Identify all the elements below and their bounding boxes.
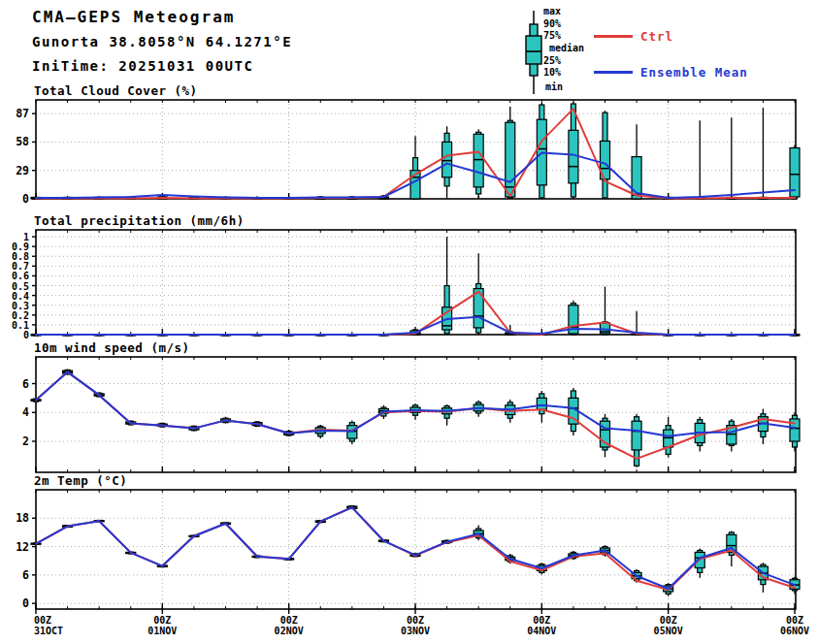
y-tick-label: 2 bbox=[22, 435, 29, 448]
y-tick-label: 87 bbox=[16, 107, 29, 120]
meteogram-page: CMA—GEPS Meteogram Gunorta 38.8058°N 64.… bbox=[0, 0, 818, 644]
y-tick-label: 0.2 bbox=[12, 310, 29, 321]
y-tick-label: 6 bbox=[22, 568, 29, 582]
x-tick-label: 00Z bbox=[786, 615, 803, 626]
y-tick-label: 0.8 bbox=[12, 251, 29, 262]
y-tick-label: 1 bbox=[23, 232, 29, 242]
temperature-panel: 0612182m Temp (°C) bbox=[16, 473, 800, 610]
box-25-75 bbox=[474, 134, 483, 187]
y-tick-label: 0.6 bbox=[12, 271, 29, 281]
y-tick-label: 4 bbox=[22, 405, 29, 419]
total-precipitation-panel: 00.10.20.30.40.50.60.70.80.91Total preci… bbox=[12, 213, 800, 340]
wind-speed-panel: 24610m wind speed (m/s) bbox=[22, 340, 800, 472]
y-tick-label: 0.4 bbox=[12, 291, 29, 302]
x-tick-label: 00Z bbox=[34, 615, 51, 626]
x-tick-label: 04NOV bbox=[527, 626, 556, 636]
box-25-75 bbox=[442, 142, 452, 177]
x-tick-label: 01NOV bbox=[147, 626, 177, 636]
y-tick-label: 58 bbox=[16, 135, 29, 148]
x-tick-label: 00Z bbox=[533, 615, 550, 626]
box-25-75 bbox=[537, 398, 546, 409]
x-tick-label: 31OCT bbox=[34, 626, 63, 636]
x-tick-label: 00Z bbox=[280, 615, 298, 626]
y-tick-label: 0.9 bbox=[12, 242, 29, 252]
box-25-75 bbox=[506, 122, 515, 197]
y-tick-label: 0 bbox=[22, 192, 29, 206]
y-tick-label: 0.7 bbox=[12, 261, 29, 272]
x-tick-label: 00Z bbox=[407, 615, 424, 626]
x-tick-label: 06NOV bbox=[780, 626, 809, 636]
x-tick-label: 03NOV bbox=[401, 626, 430, 636]
meteogram-chart: 0295887Total Cloud Cover (%)00.10.20.30.… bbox=[0, 0, 818, 644]
x-tick-label: 02NOV bbox=[275, 626, 304, 636]
x-tick-label: 00Z bbox=[153, 615, 171, 626]
x-tick-label: 00Z bbox=[660, 615, 677, 626]
total-cloud-cover-panel: 0295887Total Cloud Cover (%) bbox=[16, 83, 800, 206]
panel-title: Total precipitation (mm/6h) bbox=[34, 213, 245, 228]
y-tick-label: 12 bbox=[16, 540, 29, 554]
y-tick-label: 0.5 bbox=[12, 281, 29, 292]
x-tick-label: 05NOV bbox=[654, 626, 683, 636]
y-tick-label: 0 bbox=[22, 596, 29, 610]
y-tick-label: 6 bbox=[22, 377, 29, 391]
box-25-75 bbox=[632, 421, 641, 450]
y-tick-label: 18 bbox=[16, 511, 29, 525]
panel-title: 10m wind speed (m/s) bbox=[34, 340, 190, 355]
y-tick-label: 0.3 bbox=[12, 301, 29, 311]
y-tick-label: 0 bbox=[23, 330, 29, 340]
y-tick-label: 0.1 bbox=[12, 320, 29, 331]
panel-title: 2m Temp (°C) bbox=[34, 473, 127, 488]
panel-title: Total Cloud Cover (%) bbox=[34, 83, 198, 98]
y-tick-label: 29 bbox=[16, 164, 29, 177]
